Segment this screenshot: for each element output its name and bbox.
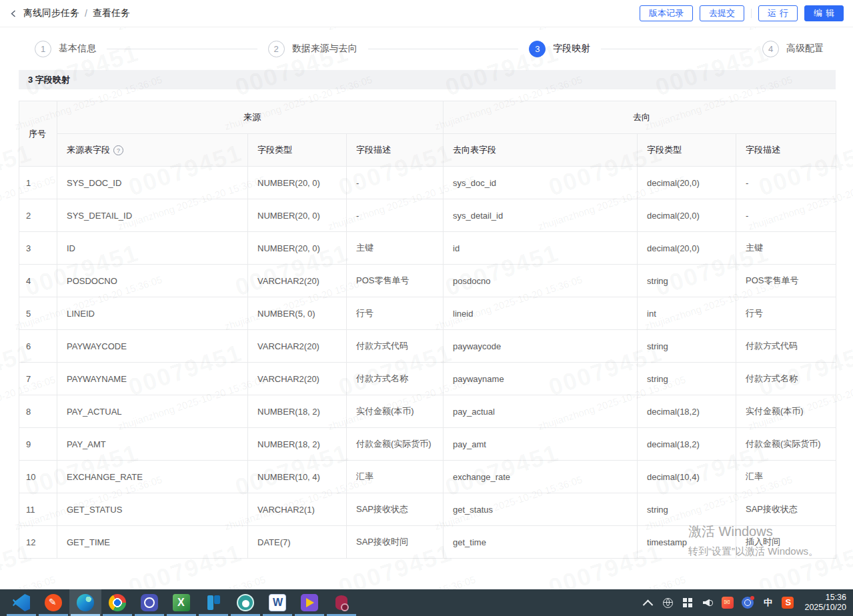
step-1[interactable]: 1基本信息: [35, 41, 96, 57]
tray-network-globe[interactable]: [659, 589, 676, 616]
cell-source-field: ID: [57, 232, 248, 265]
cell-source-type: VARCHAR2(1): [248, 493, 347, 526]
header-source-type: 字段类型: [248, 134, 347, 167]
action-button-2[interactable]: 运行: [758, 5, 798, 21]
cell-seq: 7: [19, 363, 57, 395]
cell-target-field: posdocno: [444, 265, 638, 297]
table-row: 7PAYWAYNAMEVARCHAR2(20)付款方式名称paywaynames…: [19, 363, 836, 395]
cell-target-field: lineid: [444, 297, 638, 330]
cell-source-type: NUMBER(18, 2): [248, 395, 347, 428]
step-connector: [601, 49, 752, 49]
cell-target-type: decimal(18,2): [638, 428, 736, 461]
cell-seq: 10: [19, 461, 57, 493]
cell-source-field: PAYWAYNAME: [57, 363, 248, 395]
step-circle: 4: [762, 41, 779, 57]
edge-icon: [77, 594, 94, 611]
taskbar-apps: [0, 589, 357, 616]
table-row: 10EXCHANGE_RATENUMBER(10, 4)汇率exchange_r…: [19, 461, 836, 493]
tray-sogou-input[interactable]: [779, 589, 796, 616]
action-button-0[interactable]: 版本记录: [640, 5, 693, 21]
table-row: 12GET_TIMEDATE(7)SAP接收时间get_timetimestam…: [19, 526, 836, 559]
cell-source-field: PAY_ACTUAL: [57, 395, 248, 428]
taskbar-app-word[interactable]: [261, 589, 293, 616]
cell-target-type: string: [638, 330, 736, 363]
cell-target-field: sys_doc_id: [444, 167, 638, 199]
cell-source-field: POSDOCNO: [57, 265, 248, 297]
action-button-1[interactable]: 去提交: [700, 5, 744, 21]
cell-target-desc: 行号: [736, 297, 836, 330]
table-row: 9PAY_AMTNUMBER(18, 2)付款金额(实际货币)pay_amtde…: [19, 428, 836, 461]
watermark-user-line: zhujianzhong 2025-10-20 15:36:05: [536, 573, 687, 589]
table-row: 2SYS_DETAIL_IDNUMBER(20, 0)-sys_detail_i…: [19, 199, 836, 232]
taskbar-app-chrome[interactable]: [101, 589, 133, 616]
taskbar-clock[interactable]: 15:36 2025/10/20: [800, 589, 853, 616]
clock-time: 15:36: [826, 593, 846, 603]
tray-windows-panes[interactable]: [679, 589, 696, 616]
cell-target-field: id: [444, 232, 638, 265]
cell-target-desc: -: [736, 167, 836, 199]
cell-source-desc: 汇率: [347, 461, 444, 493]
taskbar-app-dog-db-app[interactable]: [229, 589, 261, 616]
cell-source-desc: SAP接收状态: [347, 493, 444, 526]
cell-source-desc: 付款方式代码: [347, 330, 444, 363]
stepper: 1基本信息2数据来源与去向3字段映射4高级配置: [0, 27, 853, 70]
step-connector: [368, 49, 519, 49]
taskbar-app-pen-app[interactable]: [37, 589, 69, 616]
cell-target-type: string: [638, 493, 736, 526]
table-row: 8PAY_ACTUALNUMBER(18, 2)实付金额(本币)pay_actu…: [19, 395, 836, 428]
cell-source-desc: SAP接收时间: [347, 526, 444, 559]
taskbar-app-blue-files-app[interactable]: [197, 589, 229, 616]
back-button[interactable]: [9, 9, 18, 18]
tray-chevron-icon: [643, 599, 654, 610]
table-row: 5LINEIDNUMBER(5, 0)行号lineidint行号: [19, 297, 836, 330]
tray-tray-chevron[interactable]: [639, 589, 656, 616]
cell-source-field: GET_STATUS: [57, 493, 248, 526]
cell-target-type: decimal(20,0): [638, 232, 736, 265]
header-group-source: 来源: [57, 101, 444, 134]
section-title: 3 字段映射: [19, 70, 836, 89]
cell-source-desc: 付款方式名称: [347, 363, 444, 395]
tray-mail-tray[interactable]: [719, 589, 736, 616]
cell-source-type: NUMBER(20, 0): [248, 199, 347, 232]
tray-notification-app[interactable]: [739, 589, 756, 616]
step-label: 数据来源与去向: [292, 43, 357, 55]
step-4[interactable]: 4高级配置: [762, 41, 824, 57]
taskbar-app-database-tool[interactable]: [325, 589, 357, 616]
cell-target-desc: 付款金额(实际货币): [736, 428, 836, 461]
help-icon[interactable]: ?: [113, 145, 123, 155]
tray-speaker[interactable]: [699, 589, 716, 616]
watermark-user-line: zhujianzhong 2025-10-20 15:36:05: [116, 573, 267, 589]
cell-source-type: VARCHAR2(20): [248, 363, 347, 395]
cell-target-type: decimal(18,2): [638, 395, 736, 428]
taskbar-app-chat-app[interactable]: [133, 589, 165, 616]
header-target-type: 字段类型: [638, 134, 736, 167]
cell-target-type: string: [638, 265, 736, 297]
cell-source-type: VARCHAR2(20): [248, 265, 347, 297]
pen-app-icon: [45, 594, 62, 611]
breadcrumb-parent[interactable]: 离线同步任务: [23, 7, 79, 19]
step-3[interactable]: 3字段映射: [529, 41, 590, 57]
cell-seq: 11: [19, 493, 57, 526]
taskbar-app-excel[interactable]: [165, 589, 197, 616]
cell-target-field: get_status: [444, 493, 638, 526]
watermark-user-line: zhujianzhong 2025-10-20 15:36:05: [746, 573, 853, 589]
taskbar-app-folder-app[interactable]: [293, 589, 325, 616]
tray-ime-language[interactable]: 中: [759, 589, 776, 616]
step-2[interactable]: 2数据来源与去向: [268, 41, 357, 57]
table-row: 4POSDOCNOVARCHAR2(20)POS零售单号posdocnostri…: [19, 265, 836, 297]
breadcrumb-current: 查看任务: [93, 7, 130, 19]
step-circle: 3: [529, 41, 546, 57]
taskbar-app-vscode[interactable]: [5, 589, 37, 616]
cell-source-desc: 主键: [347, 232, 444, 265]
cell-source-field: PAY_AMT: [57, 428, 248, 461]
cell-target-desc: 汇率: [736, 461, 836, 493]
taskbar-app-edge[interactable]: [69, 589, 101, 616]
notification-app-icon: [742, 597, 754, 609]
sogou-input-icon: [782, 597, 794, 609]
action-button-3[interactable]: 编辑: [804, 5, 844, 21]
cell-target-desc: SAP接收状态: [736, 493, 836, 526]
step-circle: 2: [268, 41, 285, 57]
cell-source-field: SYS_DETAIL_ID: [57, 199, 248, 232]
chat-app-icon: [141, 594, 158, 611]
cell-source-type: NUMBER(20, 0): [248, 167, 347, 199]
